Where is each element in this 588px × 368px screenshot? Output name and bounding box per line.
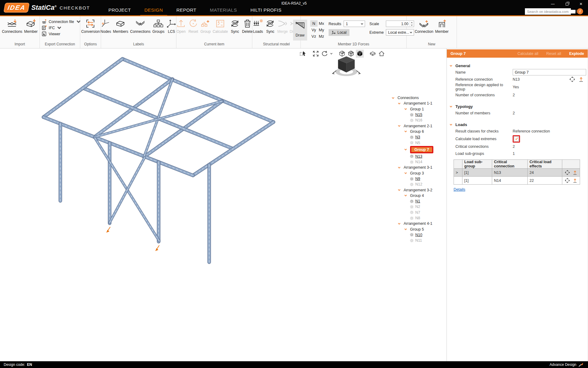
- calculate-all-button[interactable]: Calculate all: [518, 52, 538, 56]
- tab-materials[interactable]: MATERIALS: [205, 7, 241, 15]
- force-mx-toggle[interactable]: Mx: [318, 20, 326, 27]
- open-connection-icon[interactable]: [572, 178, 578, 183]
- search-input[interactable]: [525, 10, 575, 13]
- locate-connection-icon[interactable]: [565, 170, 570, 175]
- open-connection-icon[interactable]: [572, 170, 578, 175]
- labels-nodes-button[interactable]: Nodes: [100, 18, 111, 34]
- rotate-options-chevron[interactable]: [330, 50, 333, 58]
- section-loads[interactable]: Loads: [447, 121, 588, 128]
- tree-item-arrangement[interactable]: Arrangement 4-1: [391, 221, 445, 226]
- current-sync-button[interactable]: Sync: [229, 18, 240, 34]
- 3d-scene[interactable]: [0, 48, 446, 361]
- tree-item-connection[interactable]: N7: [391, 210, 445, 215]
- export-connection-file-button[interactable]: Connection file: [42, 19, 80, 24]
- import-connections-button[interactable]: Connections: [2, 18, 23, 34]
- structural-sync-button[interactable]: Sync: [265, 18, 276, 34]
- export-viewer-button[interactable]: Viewer: [42, 31, 80, 36]
- solid-view-button[interactable]: [356, 50, 364, 58]
- force-my-toggle[interactable]: My: [318, 27, 326, 33]
- minimize-button[interactable]: —: [546, 0, 560, 8]
- reset-all-button[interactable]: Reset all: [546, 52, 561, 56]
- open-connection-icon[interactable]: [578, 76, 584, 82]
- locate-connection-icon[interactable]: [569, 76, 575, 82]
- tree-item-connection[interactable]: N9: [391, 176, 445, 182]
- tree-item-group[interactable]: Group 1: [391, 106, 445, 112]
- import-member-button[interactable]: Member: [24, 18, 38, 34]
- calculate-load-extremes-checkbox[interactable]: [514, 136, 519, 141]
- section-typology[interactable]: Typology: [447, 103, 588, 109]
- tree-item-connection[interactable]: N3: [391, 134, 445, 140]
- force-vy-toggle[interactable]: Vy: [310, 27, 318, 33]
- tree-item-group[interactable]: Group 6: [391, 129, 445, 134]
- tree-item-connection[interactable]: N8: [391, 215, 445, 221]
- tree-item-arrangement[interactable]: Arrangement 1-1: [391, 101, 445, 106]
- force-mz-toggle[interactable]: Mz: [318, 33, 326, 40]
- tree-item-connection[interactable]: N14: [391, 159, 445, 165]
- current-reset-button[interactable]: Reset: [188, 18, 199, 34]
- structural-loads-button[interactable]: Loads: [252, 18, 263, 34]
- clip-view-button[interactable]: [369, 50, 377, 58]
- tree-item-group[interactable]: Group 5: [391, 227, 445, 232]
- close-button[interactable]: ✕: [574, 0, 588, 8]
- current-open-button[interactable]: Open: [175, 18, 187, 34]
- navigation-cube[interactable]: [333, 56, 360, 76]
- shaded-edges-view-button[interactable]: [347, 50, 355, 58]
- new-member-button[interactable]: Member: [435, 18, 449, 34]
- tree-item-connection[interactable]: N15: [391, 112, 445, 117]
- section-general[interactable]: General: [447, 63, 588, 69]
- force-vz-toggle[interactable]: Vz: [310, 33, 318, 40]
- details-link[interactable]: Details: [454, 187, 465, 192]
- tree-item-group[interactable]: Group 3: [391, 171, 445, 176]
- new-connection-button[interactable]: Connection: [414, 18, 434, 34]
- export-ifc-button[interactable]: IFC: [42, 25, 80, 30]
- tree-item-connection[interactable]: N10: [391, 232, 445, 238]
- info-icon[interactable]: i: [577, 8, 583, 14]
- group-name-input[interactable]: [513, 69, 586, 75]
- force-n-toggle[interactable]: N: [310, 20, 318, 27]
- labels-members-button[interactable]: Members: [113, 18, 129, 34]
- home-view-button[interactable]: [378, 50, 386, 58]
- 3d-viewport[interactable]: Connections Arrangement 1-1 Group 1 N15 …: [0, 48, 446, 361]
- tree-item-arrangement[interactable]: Arrangement 3-2: [391, 187, 445, 193]
- tab-report[interactable]: REPORT: [172, 7, 201, 15]
- structural-merge-button[interactable]: Merge: [277, 18, 288, 34]
- rotate-view-button[interactable]: [321, 50, 329, 58]
- tab-project[interactable]: PROJECT: [104, 7, 135, 15]
- locate-connection-icon[interactable]: [565, 178, 570, 183]
- current-group-button[interactable]: Group: [200, 18, 211, 34]
- tree-item-connection[interactable]: N12: [391, 182, 445, 187]
- tree-item-connection[interactable]: N1: [391, 198, 445, 204]
- explode-button[interactable]: Explode: [569, 52, 584, 56]
- tree-item-connection[interactable]: N11: [391, 238, 445, 243]
- tab-design[interactable]: DESIGN: [140, 7, 168, 15]
- conversion-button[interactable]: Conversion: [81, 18, 100, 34]
- labels-connections-button[interactable]: Connections: [130, 18, 151, 34]
- tree-item-connections[interactable]: Connections: [391, 95, 445, 101]
- restore-button[interactable]: [560, 0, 574, 8]
- draw-button[interactable]: Draw: [293, 20, 307, 40]
- wireframe-view-button[interactable]: [338, 50, 346, 58]
- current-calculate-button[interactable]: Calculate: [212, 18, 228, 34]
- results-dropdown[interactable]: 1: [344, 21, 365, 27]
- tab-hilti-profis[interactable]: HILTI PROFIS: [246, 7, 286, 15]
- row-expander[interactable]: >: [454, 169, 462, 177]
- tree-item-arrangement[interactable]: Arrangement 2-1: [391, 123, 445, 128]
- row-expander[interactable]: [454, 177, 462, 185]
- brand-statica: StatiCa®: [31, 4, 56, 12]
- tree-item-group-7-selected[interactable]: Group 7: [391, 146, 445, 154]
- chevron-up-icon[interactable]: [410, 21, 413, 24]
- modify-selection-button[interactable]: [299, 50, 307, 58]
- tree-item-connection[interactable]: N16: [391, 117, 445, 123]
- table-row[interactable]: [1] N14 22: [454, 177, 580, 185]
- search-box[interactable]: [525, 8, 571, 15]
- zoom-extents-button[interactable]: [312, 50, 320, 58]
- local-toggle[interactable]: Local: [329, 29, 349, 36]
- tree-item-group[interactable]: Group 4: [391, 193, 445, 198]
- tree-item-connection[interactable]: N13: [391, 154, 445, 159]
- tree-item-connection[interactable]: N2: [391, 204, 445, 209]
- tree-item-connection[interactable]: N5: [391, 140, 445, 145]
- labels-groups-button[interactable]: Groups: [152, 18, 165, 34]
- table-row[interactable]: > [1] N13 24: [454, 169, 580, 177]
- tree-item-arrangement[interactable]: Arrangement 3-1: [391, 165, 445, 170]
- current-delete-button[interactable]: Delete: [242, 18, 253, 34]
